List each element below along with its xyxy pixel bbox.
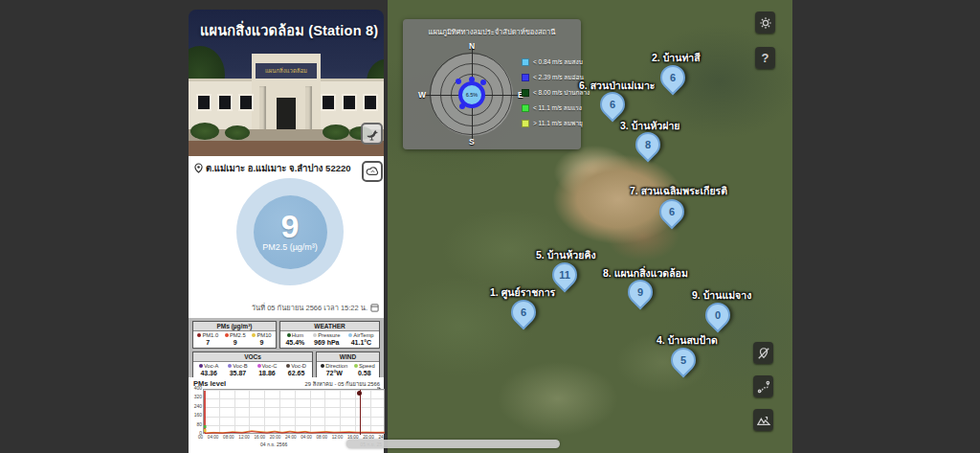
marker-label: 7. สวนเฉลิมพระเกียรติ <box>630 183 727 199</box>
marker-value: 5 <box>673 350 694 371</box>
stat-item-label: Voc-C <box>257 363 278 369</box>
building-window <box>342 94 357 111</box>
building-window <box>363 94 378 111</box>
stat-item: Direction72°W <box>321 363 347 376</box>
station-title: แผนกสิ่งแวดล้อม (Station 8) <box>200 19 378 41</box>
chart-y-axis: 400320240160800 <box>189 386 202 436</box>
x-tick: 08:00 <box>223 435 234 440</box>
stat-item-label: PM1.0 <box>197 332 218 338</box>
x-tick: 00 <box>198 435 203 440</box>
building-door <box>277 98 296 131</box>
stat-item-label: AirTemp <box>348 332 373 338</box>
y-tick: 320 <box>189 395 202 399</box>
gear-icon <box>759 16 772 30</box>
stat-item-value: 45.4% <box>285 339 304 346</box>
bush-art <box>190 123 219 140</box>
wind-calm-value: 6.5% <box>466 92 479 98</box>
stats-grid: PMs (µg/m³)PM1.07PM2.59PM109WEATHERHum45… <box>189 318 384 377</box>
wind-legend-label: < 0.84 m/s ลมสงบ <box>533 57 583 67</box>
horizontal-scrollbar[interactable] <box>346 440 560 448</box>
x-tick: 04:00 <box>301 435 312 440</box>
pm25-label: PM2.5 (µg/m³) <box>262 242 318 252</box>
bush-art <box>225 125 250 140</box>
marker-value: 8 <box>637 134 658 155</box>
stat-color-dot <box>321 364 324 368</box>
marker-value: 6 <box>513 302 534 323</box>
x-tick: 08:00 <box>317 435 328 440</box>
x-tick: 12:00 <box>332 435 344 440</box>
marker-label: 2. บ้านท่าสี <box>652 50 701 66</box>
air-quality-dashboard: แผนกสิ่งแวดล้อม แผนกสิ่งแวดล้อม (Station… <box>0 0 980 453</box>
compass-s: S <box>469 137 475 147</box>
pm25-gauge: 9 PM2.5 (µg/m³) <box>236 178 344 285</box>
stat-item-label: Speed <box>354 363 375 369</box>
stat-item-label: Voc-A <box>199 363 218 369</box>
help-button[interactable]: ? <box>755 47 775 69</box>
satellite-map[interactable]: แผนภูมิทิศทางลมประจำสัปดาห์ของสถานี 6.5%… <box>388 0 792 453</box>
route-icon <box>757 380 770 394</box>
building-sign: แผนกสิ่งแวดล้อม <box>256 63 317 79</box>
x-tick: 12:00 <box>238 435 250 440</box>
marker-label: 4. บ้านสบป้าด <box>657 332 718 349</box>
chart-cursor <box>360 390 361 435</box>
building-window <box>238 94 254 111</box>
wind-legend-row: > 11.1 m/s ลมพายุ <box>522 119 590 128</box>
stat-item-label: Voc-D <box>286 363 306 369</box>
stat-item: PM2.59 <box>225 332 246 346</box>
stat-item: Hum45.4% <box>285 332 304 346</box>
terrain-button[interactable] <box>753 409 773 431</box>
y-tick: 80 <box>189 422 202 427</box>
stat-group-4: WINDDirection72°WSpeed0.58 <box>316 351 380 379</box>
stat-color-dot <box>313 333 317 337</box>
bush-art <box>323 125 349 140</box>
chart-cursor-dot <box>357 391 362 396</box>
stat-item-label: Direction <box>321 363 347 369</box>
station-info: ต.แม่เมาะ อ.แม่เมาะ จ.ลำปาง 52220 9 PM2.… <box>189 156 384 318</box>
stat-color-dot <box>354 364 358 368</box>
wind-legend-swatch <box>522 89 529 97</box>
stat-item-value: 0.58 <box>358 370 371 376</box>
building-column <box>305 86 312 131</box>
map-marker-pin[interactable]: 6 <box>655 194 690 230</box>
route-button[interactable] <box>753 375 773 397</box>
chart-plot-area[interactable] <box>203 389 385 434</box>
stat-item-label: Hum <box>287 332 303 338</box>
calendar-icon[interactable] <box>370 304 379 312</box>
stat-item: PM1.07 <box>197 332 218 346</box>
cloud-icon <box>366 166 380 177</box>
stat-group-1: PMs (µg/m³)PM1.07PM2.59PM109 <box>192 321 277 349</box>
markers-toggle-button[interactable] <box>753 342 773 364</box>
wind-rose-title: แผนภูมิทิศทางลมประจำสัปดาห์ของสถานี <box>403 26 581 37</box>
marker-value: 6 <box>602 94 623 115</box>
marker-value: 6 <box>662 67 683 88</box>
marker-value: 0 <box>707 305 728 326</box>
marker-label: 8. แผนกสิ่งแวดล้อม <box>603 265 688 282</box>
wind-legend-swatch <box>522 74 529 81</box>
stat-item: PM109 <box>252 332 271 346</box>
compass-n: N <box>469 41 475 51</box>
location-text: ต.แม่เมาะ อ.แม่เมาะ จ.ลำปาง 52220 <box>206 161 351 175</box>
compass-w: W <box>418 90 426 100</box>
pm25-value: 9 <box>281 212 300 240</box>
stat-item: Pressure969 hPa <box>313 332 340 346</box>
aqi-view-button[interactable] <box>362 161 383 182</box>
bird-icon <box>365 126 379 141</box>
location-row: ต.แม่เมาะ อ.แม่เมาะ จ.ลำปาง 52220 <box>194 161 351 175</box>
marker-value: 6 <box>661 201 682 222</box>
stat-item: Voc-C18.86 <box>257 363 278 376</box>
stat-item-label: Pressure <box>313 332 340 338</box>
stat-item: Voc-D62.65 <box>286 363 306 376</box>
pms-series <box>204 390 386 435</box>
building-window <box>217 94 233 111</box>
chart-date-label-1: 04 ก.ย. 2566 <box>260 441 287 448</box>
eco-bird-button[interactable] <box>361 123 383 145</box>
y-tick: 400 <box>189 386 202 391</box>
wind-legend-swatch <box>522 58 529 66</box>
station-photo: แผนกสิ่งแวดล้อม แผนกสิ่งแวดล้อม (Station… <box>189 10 384 156</box>
stat-item: Voc-B35.87 <box>228 363 247 376</box>
settings-button[interactable] <box>755 11 775 34</box>
stat-color-dot <box>348 333 352 337</box>
stat-item: Speed0.58 <box>354 363 375 376</box>
stat-item: AirTemp41.1°C <box>348 332 373 346</box>
stat-color-dot <box>252 333 256 337</box>
